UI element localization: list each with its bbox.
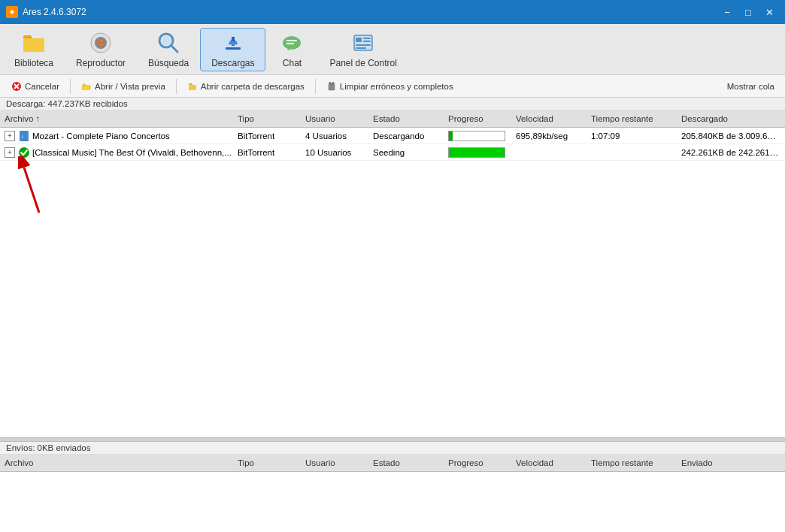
svg-rect-19	[363, 38, 371, 39]
table-row[interactable]: + [Classical Music] The Best Of (Vivaldi…	[0, 144, 785, 161]
cancel-icon	[11, 81, 22, 92]
download-nav-icon	[221, 31, 245, 55]
upload-col-header-velocidad[interactable]: Velocidad	[511, 457, 586, 469]
svg-rect-22	[356, 47, 366, 49]
upload-col-header-enviado[interactable]: Enviado	[677, 457, 785, 469]
separator-3	[315, 79, 316, 94]
row1-usuario: 4 Usuarios	[301, 130, 368, 142]
sidebar-item-descargas[interactable]: Descargas	[200, 28, 265, 71]
col-header-tipo[interactable]: Tipo	[233, 113, 301, 125]
app-icon	[6, 6, 18, 18]
minimize-button[interactable]: −	[717, 5, 737, 20]
row2-descargado: 242.261KB de 242.261KB	[677, 147, 785, 159]
upload-status-bar: Envíos: 0KB enviados	[0, 442, 785, 455]
col-header-usuario[interactable]: Usuario	[301, 113, 368, 125]
annotation-arrow	[18, 156, 48, 216]
sidebar-item-panel[interactable]: Panel de Control	[318, 28, 408, 71]
descargas-label: Descargas	[211, 58, 254, 68]
sidebar-item-biblioteca[interactable]: Biblioteca	[3, 28, 65, 71]
busqueda-label: Búsqueda	[148, 58, 189, 68]
folder-icon	[22, 31, 46, 55]
row2-progreso	[444, 146, 511, 159]
svg-point-8	[162, 36, 171, 45]
separator-1	[70, 79, 71, 94]
col-header-descargado[interactable]: Descargado	[677, 113, 785, 125]
upload-col-header-usuario[interactable]: Usuario	[301, 457, 368, 469]
progress-fill-2	[449, 148, 505, 157]
folder-icon	[187, 81, 198, 92]
row1-descargado: 205.840KB de 3.009.654KB	[677, 130, 785, 142]
col-header-tiempo[interactable]: Tiempo restante	[586, 113, 677, 125]
panel-label: Panel de Control	[329, 58, 396, 68]
svg-rect-29	[329, 84, 335, 90]
download-table-header: Archivo ↑ Tipo Usuario Estado Progreso V…	[0, 110, 785, 128]
sidebar-item-chat[interactable]: Chat	[265, 28, 318, 71]
progress-bar-2	[448, 147, 505, 158]
cancel-button[interactable]: Cancelar	[5, 78, 66, 95]
expand-icon-1[interactable]: +	[5, 131, 15, 141]
svg-rect-28	[189, 85, 196, 90]
upload-col-header-progreso[interactable]: Progreso	[444, 457, 511, 469]
app-title: Ares 2.4.6.3072	[23, 7, 86, 17]
svg-rect-9	[226, 47, 241, 50]
download-status-text: Descarga: 447.237KB recibidos	[6, 99, 128, 108]
play-icon	[89, 31, 113, 55]
upload-col-header-archivo[interactable]: Archivo	[0, 457, 233, 469]
settings-nav-icon	[351, 31, 375, 55]
upload-col-header-tiempo[interactable]: Tiempo restante	[586, 457, 677, 469]
col-header-archivo[interactable]: Archivo ↑	[0, 113, 233, 125]
clean-icon	[326, 81, 337, 92]
title-bar-left: Ares 2.4.6.3072	[6, 6, 86, 18]
col-header-velocidad[interactable]: Velocidad	[511, 113, 586, 125]
sidebar-item-reproductor[interactable]: Reproductor	[65, 28, 137, 71]
upload-table-body	[0, 472, 785, 532]
close-button[interactable]: ✕	[759, 5, 779, 20]
seeding-icon	[18, 147, 30, 159]
mostrar-cola-button[interactable]: Mostrar cola	[721, 80, 780, 93]
progress-bar-1	[448, 131, 505, 141]
svg-rect-15	[286, 40, 297, 41]
svg-marker-27	[82, 86, 90, 89]
row1-progreso	[444, 129, 511, 143]
row1-estado: Descargando	[368, 130, 444, 142]
separator-2	[176, 79, 177, 94]
col-header-estado[interactable]: Estado	[368, 113, 444, 125]
maximize-button[interactable]: □	[738, 5, 758, 20]
sidebar-item-busqueda[interactable]: Búsqueda	[137, 28, 200, 71]
svg-text:♪: ♪	[21, 134, 24, 139]
row1-tipo: BitTorrent	[233, 130, 301, 142]
svg-rect-16	[286, 43, 294, 44]
clean-button[interactable]: Limpiar erróneos y completos	[320, 78, 460, 95]
open-preview-button[interactable]: Abrir / Vista previa	[74, 78, 172, 95]
search-nav-icon	[156, 31, 180, 55]
row2-tiempo	[586, 151, 677, 154]
open-folder-button[interactable]: Abrir carpeta de descargas	[180, 78, 311, 95]
row2-velocidad	[511, 151, 586, 154]
row1-archivo: + ♪ Mozart - Complete Piano Concertos	[0, 128, 233, 144]
nav-toolbar: Biblioteca Reproductor Búsqueda	[0, 24, 785, 75]
svg-rect-18	[356, 38, 362, 42]
upload-table-header: Archivo Tipo Usuario Estado Progreso Vel…	[0, 455, 785, 472]
table-row[interactable]: + ♪ Mozart - Complete Piano Concertos Bi…	[0, 128, 785, 144]
upload-col-header-estado[interactable]: Estado	[368, 457, 444, 469]
svg-rect-21	[356, 44, 371, 46]
svg-rect-2	[23, 38, 44, 52]
row1-tiempo: 1:07:09	[586, 130, 677, 142]
row2-tipo: BitTorrent	[233, 147, 301, 159]
row1-velocidad: 695,89kb/seg	[511, 130, 586, 142]
row2-archivo: + [Classical Music] The Best Of (Vivaldi…	[0, 145, 233, 160]
row2-estado: Seeding	[368, 147, 444, 159]
col-header-progreso[interactable]: Progreso	[444, 113, 511, 125]
chat-nav-icon	[280, 31, 304, 55]
expand-icon-2[interactable]: +	[5, 147, 15, 158]
svg-line-7	[171, 46, 177, 52]
row2-usuario: 10 Usuarios	[301, 147, 368, 159]
upload-col-header-tipo[interactable]: Tipo	[233, 457, 301, 469]
music-file-icon: ♪	[18, 130, 30, 142]
download-status-bar: Descarga: 447.237KB recibidos	[0, 98, 785, 110]
window-controls: − □ ✕	[717, 5, 779, 20]
svg-rect-20	[363, 41, 371, 42]
upload-section: Envíos: 0KB enviados Archivo Tipo Usuari…	[0, 442, 785, 532]
chat-label: Chat	[283, 58, 302, 68]
biblioteca-label: Biblioteca	[14, 58, 53, 68]
